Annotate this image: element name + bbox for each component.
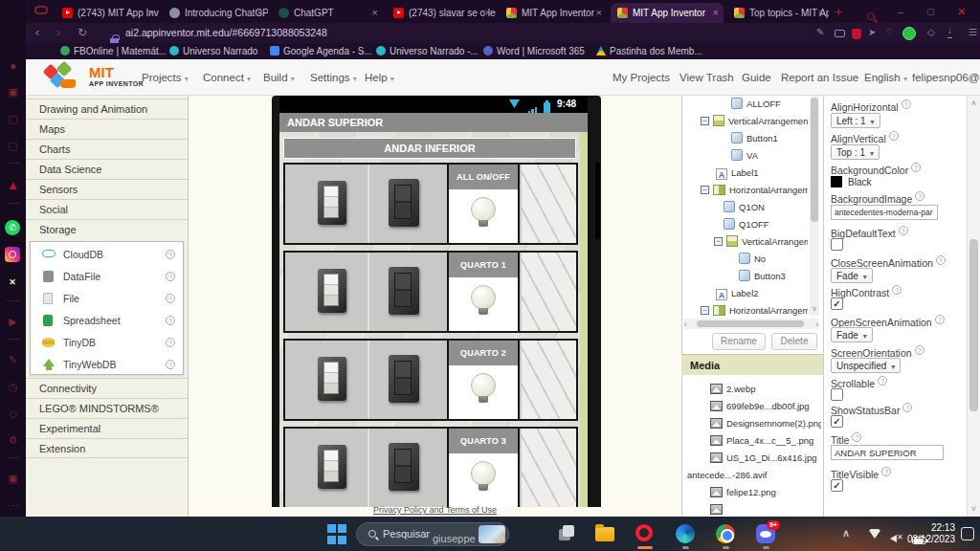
room-row-quarto1[interactable]: QUARTO 1 bbox=[283, 251, 578, 333]
palette-category-social[interactable]: Social bbox=[26, 199, 188, 219]
tree-item-horizontalarrangement-1[interactable]: −HorizontalArrangemen bbox=[681, 182, 808, 199]
palette-category-data-science[interactable]: Data Science bbox=[26, 159, 188, 179]
bookmark-word[interactable]: Word | Microsoft 365 bbox=[483, 43, 590, 59]
dark-switch-image[interactable] bbox=[389, 267, 419, 315]
opera-gx-taskbar-button[interactable] bbox=[635, 524, 653, 545]
room-button-all[interactable]: ALL ON/OFF bbox=[447, 163, 520, 245]
help-icon[interactable]: ? bbox=[166, 250, 175, 259]
tree-item-q1on[interactable]: Q1ON bbox=[681, 199, 808, 216]
tree-item-va[interactable]: VA bbox=[681, 147, 808, 165]
settings-gear-icon[interactable]: ⚙ bbox=[6, 434, 20, 447]
snapshot-camera-icon[interactable] bbox=[835, 30, 845, 37]
big-default-text-checkbox[interactable] bbox=[831, 238, 843, 251]
tab-youtube-2[interactable]: (2743) slavar se o led e× bbox=[387, 3, 496, 23]
palette-item-clouddb[interactable]: CloudDB? bbox=[31, 244, 183, 266]
scroll-left-icon[interactable]: ‹ bbox=[684, 320, 687, 329]
bookmark-heart-icon[interactable]: ♡ bbox=[885, 23, 894, 42]
scroll-thumb[interactable] bbox=[697, 320, 804, 327]
high-contrast-checkbox[interactable]: ✓ bbox=[831, 298, 843, 310]
help-icon[interactable]: ? bbox=[936, 255, 946, 265]
help-icon[interactable]: ? bbox=[166, 360, 175, 369]
background-color-picker[interactable]: Black bbox=[831, 176, 871, 187]
tab-close-icon[interactable]: × bbox=[372, 3, 378, 23]
dark-switch-image[interactable] bbox=[389, 355, 419, 403]
palette-category-storage[interactable]: Storage bbox=[26, 219, 188, 239]
scroll-thumb[interactable] bbox=[811, 98, 818, 222]
menu-projects[interactable]: Projects ▾ bbox=[142, 59, 189, 98]
room-button-quarto2[interactable]: QUARTO 2 bbox=[447, 339, 520, 421]
instagram-icon[interactable] bbox=[5, 247, 20, 262]
screen-title-bar[interactable]: ANDAR SUPERIOR bbox=[279, 113, 588, 132]
palette-item-spreadsheet[interactable]: Spreadsheet? bbox=[31, 310, 183, 332]
help-icon[interactable]: ? bbox=[902, 99, 911, 109]
link-view-trash[interactable]: View Trash bbox=[679, 59, 734, 96]
help-icon[interactable]: ? bbox=[881, 467, 891, 476]
screen-canvas[interactable]: ANDAR INFERIOR ALL ON/OFF QUARTO 1 bbox=[279, 132, 580, 507]
tree-item-label2[interactable]: ALabel2 bbox=[681, 285, 808, 302]
help-icon[interactable]: ? bbox=[166, 272, 175, 281]
speed-dial-icon[interactable]: ● bbox=[6, 59, 20, 73]
tree-item-verticalarrangement-2[interactable]: −VerticalArrangemen bbox=[681, 233, 808, 251]
help-icon[interactable]: ? bbox=[166, 316, 175, 325]
tree-item-no[interactable]: No bbox=[681, 251, 808, 268]
tree-vertical-scrollbar[interactable] bbox=[810, 96, 819, 316]
gx-corner-icon[interactable] bbox=[34, 6, 48, 14]
media-item[interactable]: felipe12.png bbox=[681, 484, 821, 501]
align-vertical-dropdown[interactable]: Top : 1▾ bbox=[831, 144, 880, 160]
media-item[interactable]: antecede...-286.avif bbox=[681, 467, 821, 484]
player-icon[interactable]: ▶ bbox=[6, 316, 20, 328]
tray-chevron-icon[interactable]: ∧ bbox=[842, 527, 850, 540]
menu-connect[interactable]: Connect ▾ bbox=[203, 59, 251, 98]
align-horizontal-dropdown[interactable]: Left : 1▾ bbox=[831, 113, 880, 128]
media-item[interactable]: US_1G_Di...6x416.jpg bbox=[681, 450, 821, 467]
menu-help[interactable]: Help ▾ bbox=[365, 59, 394, 98]
tree-item-verticalarrangement-1[interactable]: −VerticalArrangemen bbox=[681, 113, 808, 130]
floor-heading-label[interactable]: ANDAR INFERIOR bbox=[283, 138, 576, 159]
discord-sidebar-icon[interactable]: ▢ bbox=[6, 140, 20, 152]
palette-category-experimental[interactable]: Experimental bbox=[26, 418, 188, 438]
help-icon[interactable]: ? bbox=[892, 285, 902, 295]
media-item[interactable]: 2.webp bbox=[681, 381, 821, 398]
palette-category-connectivity[interactable]: Connectivity bbox=[26, 378, 188, 398]
link-report-issue[interactable]: Report an Issue bbox=[781, 59, 858, 96]
tab-close-icon[interactable]: × bbox=[257, 3, 263, 23]
palette-item-tinydb[interactable]: TinyDB? bbox=[31, 332, 183, 354]
collapse-icon[interactable]: − bbox=[714, 237, 723, 246]
tree-item-horizontalarrangement-2[interactable]: −HorizontalArrangemen bbox=[681, 302, 808, 320]
tree-item-alloff[interactable]: ALLOFF bbox=[681, 96, 808, 113]
rename-button[interactable]: Rename bbox=[712, 333, 766, 350]
chrome-taskbar-button[interactable] bbox=[716, 524, 735, 547]
room-row-quarto2[interactable]: QUARTO 2 bbox=[283, 339, 578, 421]
help-icon[interactable]: ? bbox=[915, 191, 924, 201]
history-icon[interactable]: ◷ bbox=[6, 381, 20, 393]
tree-item-button3[interactable]: Button3 bbox=[681, 268, 808, 285]
tab-introducing-chatgpt[interactable]: Introducing ChatGPT× bbox=[163, 3, 268, 23]
bookmark-google-agenda[interactable]: Google Agenda - S... bbox=[270, 43, 371, 59]
gx-logo-icon[interactable]: ▲ bbox=[6, 178, 20, 192]
light-switch-image[interactable] bbox=[318, 269, 346, 313]
tab-close-icon[interactable]: × bbox=[148, 3, 154, 23]
dark-switch-image[interactable] bbox=[389, 443, 419, 491]
vpn-shield-icon[interactable] bbox=[852, 29, 861, 39]
tree-item-q1off[interactable]: Q1OFF bbox=[681, 216, 808, 233]
tab-mit-app-inventor-active[interactable]: MIT App Inventor× bbox=[611, 3, 724, 23]
easy-setup-icon[interactable]: ✎ bbox=[6, 354, 20, 366]
tree-item-button1[interactable]: Button1 bbox=[681, 130, 808, 147]
tab-mit-app-inventor-1[interactable]: MIT App Inventor× bbox=[500, 3, 607, 23]
media-item[interactable]: 699feb9e...db00f.jpg bbox=[681, 398, 821, 415]
close-screen-animation-dropdown[interactable]: Fade▾ bbox=[831, 268, 873, 283]
scrollable-checkbox[interactable] bbox=[831, 388, 843, 401]
bookmark-universo-narrado-2[interactable]: Universo Narrado -... bbox=[376, 43, 478, 59]
send-to-device-icon[interactable]: ➤ bbox=[868, 23, 876, 42]
scroll-down-icon[interactable]: ˅ bbox=[968, 504, 980, 514]
screenshot-icon[interactable]: ▣ bbox=[6, 473, 20, 485]
scroll-thumb[interactable] bbox=[969, 239, 978, 411]
collapse-icon[interactable]: − bbox=[701, 306, 709, 315]
bookmark-pastinha[interactable]: Pastinha dos Memb... bbox=[596, 43, 703, 59]
help-icon[interactable]: ? bbox=[899, 226, 908, 235]
collapse-icon[interactable]: − bbox=[701, 117, 709, 125]
palette-item-file[interactable]: File? bbox=[31, 288, 183, 310]
help-icon[interactable]: ? bbox=[889, 131, 899, 141]
extensions-cube-icon[interactable]: ◇ bbox=[6, 408, 20, 420]
maximize-window-button[interactable]: ▢ bbox=[926, 0, 935, 23]
